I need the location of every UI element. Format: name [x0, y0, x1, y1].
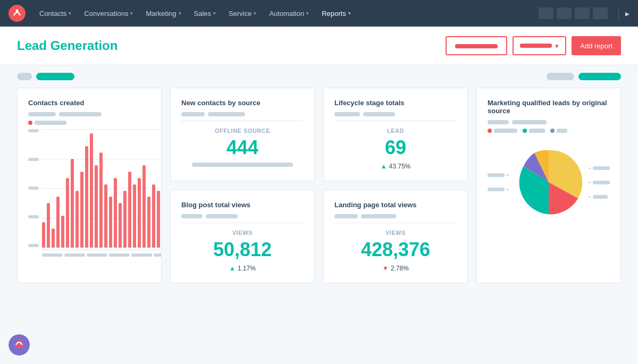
blog-change: ▲ 1.17%	[181, 265, 304, 272]
nav-marketing[interactable]: Marketing ▾	[140, 0, 186, 27]
pie-chart-svg	[513, 142, 584, 222]
mql-card: Marketing qualified leads by original so…	[476, 88, 621, 283]
x-label	[131, 253, 152, 257]
x-label	[87, 253, 107, 257]
toolbar-right	[547, 73, 621, 80]
bar	[75, 191, 79, 248]
meta-pill	[512, 120, 547, 124]
bar	[66, 178, 69, 248]
meta-pill	[363, 112, 395, 116]
nav-icon-1[interactable]	[539, 7, 553, 19]
pie-legend-left	[488, 173, 509, 191]
nav-service[interactable]: Service ▾	[223, 0, 262, 27]
legend-line	[507, 175, 509, 175]
nav-divider	[618, 7, 619, 20]
legend-item-3	[589, 166, 610, 170]
toolbar-pill-1	[17, 73, 32, 80]
new-contacts-meta	[181, 112, 304, 116]
page-title: Lead Generation	[17, 38, 446, 53]
y-label	[28, 129, 39, 132]
bar	[99, 153, 103, 248]
bar	[142, 165, 146, 248]
bar	[71, 159, 74, 248]
nav-expand-icon[interactable]: ▸	[625, 9, 629, 19]
toolbar	[0, 65, 638, 88]
nav-icon-4[interactable]	[593, 7, 608, 19]
legend-dot-red	[488, 129, 492, 133]
nav-icon-3[interactable]	[575, 7, 590, 19]
bar	[90, 133, 93, 248]
pie-chart-container	[488, 137, 610, 227]
add-report-button[interactable]: Add report	[572, 36, 621, 55]
nav-conversations[interactable]: Conversations ▾	[79, 0, 138, 27]
svg-point-1	[16, 10, 19, 12]
legend-bar	[593, 181, 610, 184]
legend-item-2	[488, 188, 509, 191]
lifecycle-value: 69	[334, 138, 457, 157]
legend-line	[507, 189, 509, 190]
blog-meta	[181, 214, 304, 218]
nav-icon-group	[539, 7, 608, 19]
blog-value: 50,812	[181, 240, 304, 259]
legend-dot-teal	[523, 129, 527, 133]
bar	[147, 197, 150, 248]
y-label	[28, 244, 39, 247]
meta-pill-1	[28, 112, 56, 116]
bar	[123, 191, 127, 248]
y-label	[28, 158, 39, 161]
nav-sales[interactable]: Sales ▾	[189, 0, 222, 27]
chevron-down-icon: ▾	[306, 11, 309, 16]
bar	[114, 178, 117, 248]
legend-line	[589, 182, 591, 183]
nav-automation[interactable]: Automation ▾	[264, 0, 314, 27]
dashboard: Contacts created	[0, 88, 638, 300]
hubspot-logo[interactable]	[9, 5, 26, 22]
filter-button[interactable]: ▾	[513, 36, 566, 55]
bar	[109, 197, 112, 248]
mql-legend-row	[488, 129, 610, 133]
chevron-down-icon: ▾	[254, 11, 256, 16]
date-range-button[interactable]	[446, 36, 507, 55]
meta-pill	[334, 112, 360, 116]
legend-row	[28, 121, 150, 125]
header-actions: ▾ Add report	[446, 36, 621, 55]
nav-reports[interactable]: Reports ▾	[316, 0, 356, 27]
divider	[334, 223, 457, 223]
legend-line	[589, 197, 591, 197]
bar	[52, 228, 55, 248]
bar-chart	[42, 133, 162, 250]
bar	[56, 197, 60, 248]
meta-pill	[208, 112, 245, 116]
chart-bars-container	[42, 129, 162, 257]
landing-views-title: Landing page total views	[334, 201, 457, 209]
landing-value: 428,376	[334, 240, 457, 259]
offline-source-label: OFFLINE SOURCE	[181, 128, 304, 134]
pie-legend-right	[589, 166, 610, 199]
nav-icon-2[interactable]	[557, 7, 572, 19]
bar	[85, 146, 88, 248]
legend-bar	[593, 166, 610, 170]
meta-pill	[334, 214, 358, 218]
x-label	[154, 253, 162, 257]
mql-title: Marketing qualified leads by original so…	[488, 99, 610, 115]
legend-label	[494, 129, 517, 133]
chevron-down-icon: ▾	[213, 11, 216, 16]
bar	[95, 165, 98, 248]
meta-pill	[181, 214, 203, 218]
chevron-down-icon: ▾	[348, 11, 351, 16]
nav-contacts[interactable]: Contacts ▾	[34, 0, 77, 27]
meta-pill	[488, 120, 509, 124]
value-bar	[192, 163, 293, 167]
blog-views-title: Blog post total views	[181, 201, 304, 209]
bar	[133, 184, 136, 248]
x-axis-labels	[42, 253, 162, 257]
divider	[181, 223, 304, 223]
navbar: Contacts ▾ Conversations ▾ Marketing ▾ S…	[0, 0, 638, 27]
toolbar-pill-2	[547, 73, 574, 80]
bar	[157, 191, 160, 248]
landing-views-label: VIEWS	[334, 230, 457, 236]
x-label	[64, 253, 85, 257]
legend-label	[529, 129, 545, 133]
dropdown-chevron-icon: ▾	[555, 42, 559, 50]
toolbar-pill-teal	[36, 73, 74, 80]
